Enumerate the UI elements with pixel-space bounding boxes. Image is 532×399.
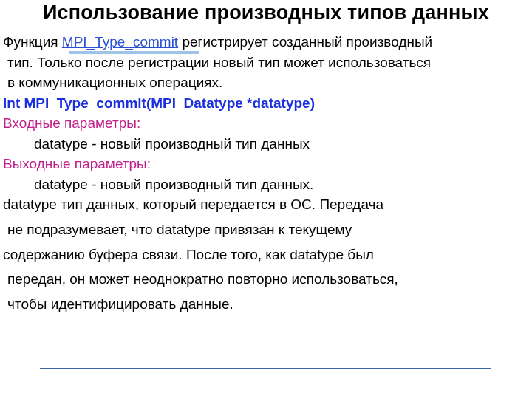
desc-line-3: содержанию буфера связи. После того, как… (3, 245, 529, 265)
intro-post: регистрирует созданный производный (178, 34, 432, 50)
desc-line-1: datatype тип данных, который передается … (3, 194, 529, 215)
footer-divider (40, 368, 491, 369)
output-param-datatype: datatype - новый производный тип данных. (3, 174, 529, 195)
input-param-datatype: datatype - новый производный тип данных (3, 134, 529, 154)
intro-line-2: тип. Только после регистрации новый тип … (3, 52, 529, 73)
output-params-label: Выходные параметры: (3, 154, 529, 174)
desc-line-5: чтобы идентифицировать данные. (3, 294, 529, 315)
intro-line-1: Функция MPI_Type_commit регистрирует соз… (3, 32, 529, 52)
slide: Использование производных типов данных Ф… (0, 1, 532, 399)
input-params-label: Входные параметры: (3, 113, 529, 134)
desc-line-2: не подразумевает, что datatype привязан … (3, 219, 529, 240)
intro-pre: Функция (3, 34, 62, 50)
function-prototype: int MPI_Type_commit(MPI_Datatype *dataty… (3, 93, 529, 114)
slide-title: Использование производных типов данных (3, 1, 529, 24)
desc-line-4: передан, он может неоднократно повторно … (3, 269, 529, 290)
slide-body: Функция MPI_Type_commit регистрирует соз… (3, 32, 529, 314)
mpi-type-commit-link[interactable]: MPI_Type_commit (62, 34, 178, 50)
intro-line-3: в коммуникационных операциях. (3, 72, 529, 93)
